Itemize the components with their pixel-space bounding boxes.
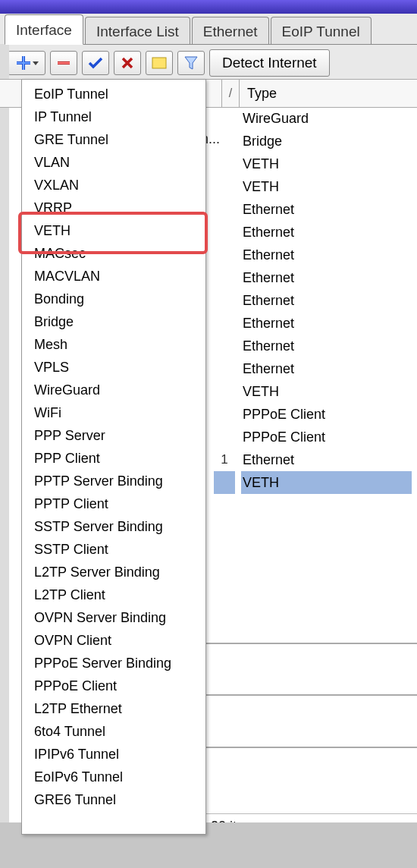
- table-row-slash[interactable]: [214, 335, 235, 357]
- toolbar: Detect Internet: [0, 45, 417, 81]
- dropdown-item-l2tp-client[interactable]: L2TP Client: [22, 583, 205, 606]
- slash-column: 1: [214, 107, 235, 494]
- dropdown-item-vrrp[interactable]: VRRP: [22, 197, 205, 219]
- dropdown-item-sstp-client[interactable]: SSTP Client: [22, 538, 205, 561]
- table-row-type[interactable]: VETH: [241, 175, 412, 198]
- table-row-slash[interactable]: [214, 130, 235, 153]
- tab-interface-list[interactable]: Interface List: [85, 17, 190, 44]
- add-interface-dropdown[interactable]: EoIP TunnelIP TunnelGRE TunnelVLANVXLANV…: [21, 79, 206, 835]
- dropdown-item-wifi[interactable]: WiFi: [22, 401, 205, 424]
- comment-button[interactable]: [146, 51, 173, 75]
- dropdown-item-l2tp-ethernet[interactable]: L2TP Ethernet: [22, 697, 205, 720]
- dropdown-item-ip-tunnel[interactable]: IP Tunnel: [22, 105, 205, 128]
- dropdown-item-mesh[interactable]: Mesh: [22, 333, 205, 356]
- dropdown-item-bonding[interactable]: Bonding: [22, 288, 205, 310]
- dropdown-item-pptp-server-binding[interactable]: PPTP Server Binding: [22, 470, 205, 492]
- tab-eoip-tunnel[interactable]: EoIP Tunnel: [271, 17, 372, 44]
- dropdown-item-l2tp-server-binding[interactable]: L2TP Server Binding: [22, 561, 205, 583]
- dropdown-item-vxlan[interactable]: VXLAN: [22, 174, 205, 197]
- table-row-slash[interactable]: [214, 153, 235, 175]
- table-row-type[interactable]: Ethernet: [241, 289, 412, 312]
- dropdown-item-label: L2TP Ethernet: [34, 701, 122, 717]
- type-cell-label: Ethernet: [243, 270, 294, 286]
- tab-interface[interactable]: Interface: [5, 14, 83, 45]
- remove-button[interactable]: [50, 51, 77, 75]
- table-row-type[interactable]: Ethernet: [241, 244, 412, 266]
- dropdown-item-macsec[interactable]: MACsec: [22, 242, 205, 265]
- add-button[interactable]: [8, 51, 45, 75]
- column-header-slash[interactable]: /: [222, 80, 240, 107]
- type-cell-label: Ethernet: [243, 225, 294, 241]
- table-row-slash[interactable]: [214, 221, 235, 244]
- dropdown-item-vlan[interactable]: VLAN: [22, 151, 205, 174]
- dropdown-item-label: VXLAN: [34, 178, 79, 193]
- dropdown-item-bridge[interactable]: Bridge: [22, 310, 205, 333]
- table-row-slash[interactable]: [214, 403, 235, 426]
- enable-button[interactable]: [82, 51, 109, 75]
- dropdown-item-ppp-client[interactable]: PPP Client: [22, 447, 205, 470]
- dropdown-item-sstp-server-binding[interactable]: SSTP Server Binding: [22, 515, 205, 538]
- dropdown-item-wireguard[interactable]: WireGuard: [22, 379, 205, 401]
- dropdown-item-gre-tunnel[interactable]: GRE Tunnel: [22, 128, 205, 151]
- table-row-slash[interactable]: [214, 175, 235, 198]
- table-row-type[interactable]: Ethernet: [241, 357, 412, 380]
- table-row-slash[interactable]: 1: [214, 448, 235, 471]
- dropdown-item-macvlan[interactable]: MACVLAN: [22, 265, 205, 288]
- table-row-type[interactable]: VETH: [241, 380, 412, 403]
- detect-internet-label: Detect Internet: [222, 55, 317, 71]
- divider: [205, 643, 417, 644]
- dropdown-item-ipipv6-tunnel[interactable]: IPIPv6 Tunnel: [22, 743, 205, 766]
- column-header-type[interactable]: Type: [240, 80, 417, 107]
- table-row-slash[interactable]: [214, 107, 235, 130]
- table-row-slash[interactable]: [214, 312, 235, 335]
- table-row-slash[interactable]: [214, 357, 235, 380]
- detect-internet-button[interactable]: Detect Internet: [209, 49, 330, 77]
- dropdown-item-veth[interactable]: VETH: [22, 219, 205, 242]
- type-cell-label: Ethernet: [243, 338, 294, 354]
- dropdown-item-ppp-server[interactable]: PPP Server: [22, 424, 205, 447]
- disable-button[interactable]: [114, 51, 141, 75]
- table-row-slash[interactable]: [214, 198, 235, 221]
- dropdown-item-label: PPP Server: [34, 428, 105, 444]
- table-row-slash[interactable]: [214, 380, 235, 403]
- dropdown-item-label: L2TP Client: [34, 587, 105, 603]
- check-icon: [88, 56, 103, 70]
- table-row-slash[interactable]: [214, 426, 235, 448]
- table-row-type[interactable]: VETH: [241, 471, 412, 494]
- table-row-type[interactable]: PPPoE Client: [241, 403, 412, 426]
- dropdown-item-label: OVPN Client: [34, 633, 111, 649]
- table-row-type[interactable]: Ethernet: [241, 266, 412, 289]
- divider: [205, 694, 417, 696]
- tab-ethernet[interactable]: Ethernet: [192, 17, 269, 44]
- table-row-type[interactable]: Ethernet: [241, 312, 412, 335]
- dropdown-item-gre6-tunnel[interactable]: GRE6 Tunnel: [22, 788, 205, 811]
- table-row-slash[interactable]: [214, 266, 235, 289]
- filter-button[interactable]: [177, 51, 205, 75]
- dropdown-item-label: L2TP Server Binding: [34, 565, 160, 580]
- table-row-type[interactable]: Bridge: [241, 130, 412, 153]
- table-row-slash[interactable]: [214, 471, 235, 494]
- table-row-slash[interactable]: [214, 289, 235, 312]
- note-icon: [152, 57, 167, 69]
- dropdown-item-eoip-tunnel[interactable]: EoIP Tunnel: [22, 83, 205, 105]
- dropdown-item-pptp-client[interactable]: PPTP Client: [22, 492, 205, 515]
- table-row-type[interactable]: Ethernet: [241, 335, 412, 357]
- type-cell-label: VETH: [243, 179, 279, 195]
- table-row-type[interactable]: Ethernet: [241, 221, 412, 244]
- dropdown-item-vpls[interactable]: VPLS: [22, 356, 205, 379]
- dropdown-item-ovpn-server-binding[interactable]: OVPN Server Binding: [22, 606, 205, 629]
- table-row-type[interactable]: Ethernet: [241, 198, 412, 221]
- table-row-type[interactable]: VETH: [241, 153, 412, 175]
- type-cell-label: Bridge: [243, 134, 282, 149]
- dropdown-arrow-icon: [33, 61, 39, 65]
- dropdown-item-ovpn-client[interactable]: OVPN Client: [22, 629, 205, 652]
- dropdown-item-6to4-tunnel[interactable]: 6to4 Tunnel: [22, 720, 205, 743]
- dropdown-item-pppoe-server-binding[interactable]: PPPoE Server Binding: [22, 652, 205, 675]
- table-row-type[interactable]: Ethernet: [241, 448, 412, 471]
- table-row-type[interactable]: PPPoE Client: [241, 426, 412, 448]
- table-row-type[interactable]: WireGuard: [241, 107, 412, 130]
- dropdown-item-eoipv6-tunnel[interactable]: EoIPv6 Tunnel: [22, 766, 205, 788]
- type-cell-label: Ethernet: [243, 361, 294, 377]
- dropdown-item-pppoe-client[interactable]: PPPoE Client: [22, 675, 205, 697]
- table-row-slash[interactable]: [214, 244, 235, 266]
